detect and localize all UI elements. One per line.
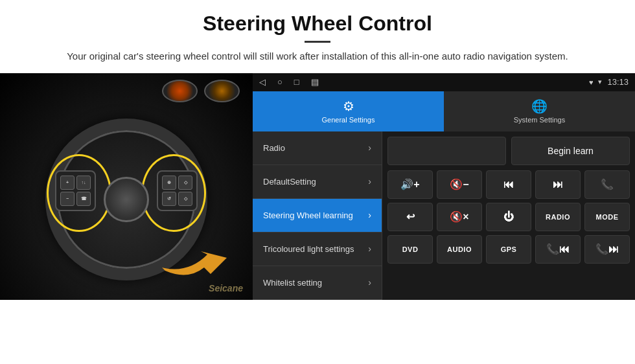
radio-button[interactable]: RADIO xyxy=(535,203,581,231)
dvd-label: DVD xyxy=(402,245,419,253)
prev-icon: ⏮ xyxy=(503,179,514,190)
menu-tricolour-label: Tricoloured light settings xyxy=(263,244,368,254)
highlight-circle-right xyxy=(141,154,206,232)
begin-learn-row: Begin learn xyxy=(387,137,630,165)
tab-system-label: System Settings xyxy=(514,116,565,124)
chevron-tricolour: › xyxy=(368,244,371,254)
menu-steering-label: Steering Wheel learning xyxy=(263,210,368,220)
hang-up-icon: ↩ xyxy=(406,210,415,223)
android-panel: ◁ ○ □ ▤ ♥ ▾ 13:13 ⚙ General Settings 🌐 S… xyxy=(253,73,635,300)
gauge-right xyxy=(204,80,240,102)
tab-general-label: General Settings xyxy=(322,116,375,124)
tab-system-settings[interactable]: 🌐 System Settings xyxy=(444,91,635,131)
tel-next-button[interactable]: 📞⏭ xyxy=(584,235,630,264)
controls-row-3: DVD AUDIO GPS 📞⏮ 📞⏭ xyxy=(387,235,630,264)
watermark: Seicane xyxy=(209,283,243,293)
vol-down-icon: 🔇− xyxy=(450,178,468,190)
vol-down-button[interactable]: 🔇− xyxy=(437,170,482,199)
top-section: Steering Wheel Control Your original car… xyxy=(0,0,635,73)
menu-default-label: DefaultSetting xyxy=(263,177,368,187)
next-icon: ⏭ xyxy=(553,179,563,190)
power-icon: ⏻ xyxy=(503,211,514,223)
content-area: Radio › DefaultSetting › Steering Wheel … xyxy=(253,131,635,300)
menu-radio-label: Radio xyxy=(263,143,368,153)
arrow-indicator xyxy=(156,229,240,280)
menu-whitelist-label: Whitelist setting xyxy=(263,278,368,288)
highlight-circle-left xyxy=(47,154,111,232)
phone-button[interactable]: 📞 xyxy=(584,170,630,199)
begin-learn-button[interactable]: Begin learn xyxy=(511,137,630,165)
menu-item-tricolour[interactable]: Tricoloured light settings › xyxy=(253,233,382,266)
recents-icon[interactable]: □ xyxy=(294,77,299,87)
home-icon[interactable]: ○ xyxy=(277,77,283,87)
hang-up-button[interactable]: ↩ xyxy=(387,203,433,231)
signal-icon: ▾ xyxy=(598,78,602,86)
tel-prev-button[interactable]: 📞⏮ xyxy=(535,235,581,264)
general-settings-icon: ⚙ xyxy=(343,98,354,114)
audio-button[interactable]: AUDIO xyxy=(437,235,482,264)
dashboard-gauges xyxy=(162,80,240,102)
dvd-button[interactable]: DVD xyxy=(387,235,433,264)
audio-label: AUDIO xyxy=(447,245,472,253)
begin-learn-label: Begin learn xyxy=(548,146,594,156)
tab-bar: ⚙ General Settings 🌐 System Settings xyxy=(253,91,635,131)
tel-next-icon: 📞⏭ xyxy=(595,243,619,255)
next-track-button[interactable]: ⏭ xyxy=(535,170,581,199)
menu-item-radio[interactable]: Radio › xyxy=(253,131,382,165)
location-icon: ♥ xyxy=(589,78,594,86)
time-display: 13:13 xyxy=(607,77,629,87)
tel-prev-icon: 📞⏮ xyxy=(546,243,570,255)
gps-button[interactable]: GPS xyxy=(486,235,531,264)
chevron-default: › xyxy=(368,176,371,187)
page-title: Steering Wheel Control xyxy=(39,12,596,36)
phone-icon: 📞 xyxy=(601,178,614,190)
subtitle: Your original car's steering wheel contr… xyxy=(39,49,596,64)
bottom-section: + ↑↓ − ☎ ⊕ ◇ ↺ ◇ xyxy=(0,73,635,300)
steering-wheel-hub xyxy=(104,177,149,222)
menu-item-whitelist[interactable]: Whitelist setting › xyxy=(253,266,382,300)
system-settings-icon: 🌐 xyxy=(531,98,548,114)
car-image-area: + ↑↓ − ☎ ⊕ ◇ ↺ ◇ xyxy=(0,73,253,300)
right-panel: Begin learn 🔊+ 🔇− ⏮ xyxy=(382,131,635,300)
menu-item-default[interactable]: DefaultSetting › xyxy=(253,165,382,199)
controls-row-2: ↩ 🔇× ⏻ RADIO MODE xyxy=(387,203,630,231)
vol-up-button[interactable]: 🔊+ xyxy=(387,170,433,199)
gauge-left xyxy=(162,80,198,102)
back-icon[interactable]: ◁ xyxy=(259,77,266,87)
status-right: ♥ ▾ 13:13 xyxy=(589,77,629,87)
radio-label: RADIO xyxy=(546,213,570,221)
chevron-whitelist: › xyxy=(368,277,371,288)
mode-label: MODE xyxy=(596,213,619,221)
status-bar: ◁ ○ □ ▤ ♥ ▾ 13:13 xyxy=(253,73,635,91)
mode-button[interactable]: MODE xyxy=(584,203,630,231)
vol-up-icon: 🔊+ xyxy=(400,178,419,190)
empty-input-box xyxy=(387,137,506,165)
tab-general-settings[interactable]: ⚙ General Settings xyxy=(253,91,444,131)
steering-background: + ↑↓ − ☎ ⊕ ◇ ↺ ◇ xyxy=(0,73,253,300)
chevron-radio: › xyxy=(368,142,371,153)
controls-row-1: 🔊+ 🔇− ⏮ ⏭ 📞 xyxy=(387,170,630,199)
title-divider xyxy=(305,41,330,43)
power-button[interactable]: ⏻ xyxy=(486,203,531,231)
chevron-steering: › xyxy=(368,210,371,220)
menu-item-steering[interactable]: Steering Wheel learning › xyxy=(253,199,382,233)
prev-track-button[interactable]: ⏮ xyxy=(486,170,531,199)
left-menu: Radio › DefaultSetting › Steering Wheel … xyxy=(253,131,382,300)
controls-grid: 🔊+ 🔇− ⏮ ⏭ 📞 xyxy=(387,170,630,264)
mute-icon: 🔇× xyxy=(450,210,468,223)
gps-label: GPS xyxy=(501,245,517,253)
mute-button[interactable]: 🔇× xyxy=(437,203,482,231)
menu-icon[interactable]: ▤ xyxy=(311,77,319,87)
nav-icons: ◁ ○ □ ▤ xyxy=(259,77,319,87)
